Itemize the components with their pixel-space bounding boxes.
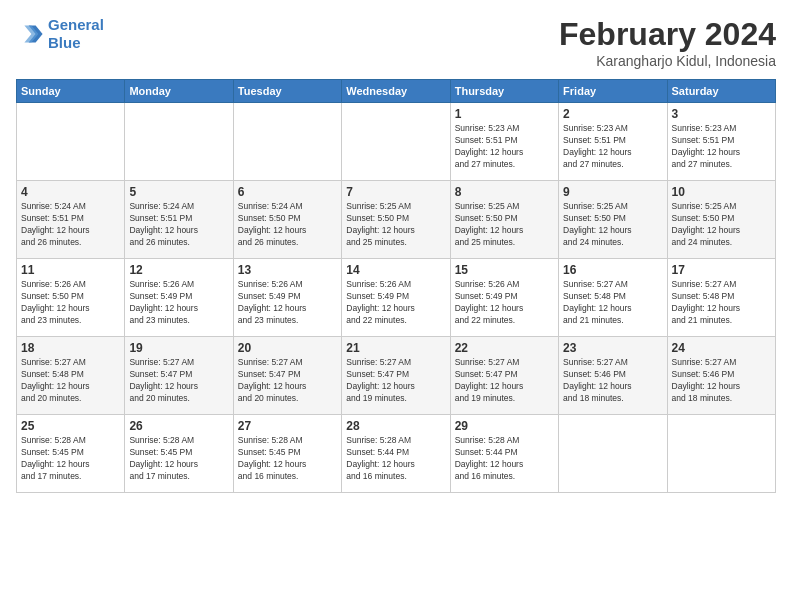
calendar-header: Sunday Monday Tuesday Wednesday Thursday… (17, 80, 776, 103)
calendar-cell (667, 415, 775, 493)
day-number: 22 (455, 341, 554, 355)
day-number: 15 (455, 263, 554, 277)
col-friday: Friday (559, 80, 667, 103)
calendar-cell: 25Sunrise: 5:28 AM Sunset: 5:45 PM Dayli… (17, 415, 125, 493)
calendar-cell: 28Sunrise: 5:28 AM Sunset: 5:44 PM Dayli… (342, 415, 450, 493)
calendar-cell: 23Sunrise: 5:27 AM Sunset: 5:46 PM Dayli… (559, 337, 667, 415)
day-info: Sunrise: 5:23 AM Sunset: 5:51 PM Dayligh… (455, 123, 554, 171)
day-number: 13 (238, 263, 337, 277)
day-info: Sunrise: 5:27 AM Sunset: 5:47 PM Dayligh… (129, 357, 228, 405)
day-info: Sunrise: 5:27 AM Sunset: 5:48 PM Dayligh… (21, 357, 120, 405)
day-info: Sunrise: 5:26 AM Sunset: 5:49 PM Dayligh… (455, 279, 554, 327)
calendar-cell: 7Sunrise: 5:25 AM Sunset: 5:50 PM Daylig… (342, 181, 450, 259)
day-info: Sunrise: 5:27 AM Sunset: 5:46 PM Dayligh… (563, 357, 662, 405)
day-info: Sunrise: 5:28 AM Sunset: 5:45 PM Dayligh… (238, 435, 337, 483)
day-info: Sunrise: 5:24 AM Sunset: 5:51 PM Dayligh… (129, 201, 228, 249)
day-info: Sunrise: 5:27 AM Sunset: 5:47 PM Dayligh… (455, 357, 554, 405)
calendar-cell (559, 415, 667, 493)
calendar-week-1: 1Sunrise: 5:23 AM Sunset: 5:51 PM Daylig… (17, 103, 776, 181)
day-number: 25 (21, 419, 120, 433)
calendar-week-4: 18Sunrise: 5:27 AM Sunset: 5:48 PM Dayli… (17, 337, 776, 415)
calendar-cell: 21Sunrise: 5:27 AM Sunset: 5:47 PM Dayli… (342, 337, 450, 415)
calendar-cell: 29Sunrise: 5:28 AM Sunset: 5:44 PM Dayli… (450, 415, 558, 493)
day-info: Sunrise: 5:25 AM Sunset: 5:50 PM Dayligh… (672, 201, 771, 249)
location-subtitle: Karangharjo Kidul, Indonesia (559, 53, 776, 69)
day-number: 28 (346, 419, 445, 433)
calendar-cell: 26Sunrise: 5:28 AM Sunset: 5:45 PM Dayli… (125, 415, 233, 493)
col-tuesday: Tuesday (233, 80, 341, 103)
calendar-cell: 4Sunrise: 5:24 AM Sunset: 5:51 PM Daylig… (17, 181, 125, 259)
day-info: Sunrise: 5:28 AM Sunset: 5:45 PM Dayligh… (129, 435, 228, 483)
title-block: February 2024 Karangharjo Kidul, Indones… (559, 16, 776, 69)
day-info: Sunrise: 5:23 AM Sunset: 5:51 PM Dayligh… (563, 123, 662, 171)
calendar-week-2: 4Sunrise: 5:24 AM Sunset: 5:51 PM Daylig… (17, 181, 776, 259)
calendar-cell: 27Sunrise: 5:28 AM Sunset: 5:45 PM Dayli… (233, 415, 341, 493)
day-info: Sunrise: 5:27 AM Sunset: 5:48 PM Dayligh… (563, 279, 662, 327)
logo: General Blue (16, 16, 104, 52)
day-number: 24 (672, 341, 771, 355)
calendar-week-3: 11Sunrise: 5:26 AM Sunset: 5:50 PM Dayli… (17, 259, 776, 337)
col-sunday: Sunday (17, 80, 125, 103)
day-number: 8 (455, 185, 554, 199)
day-number: 6 (238, 185, 337, 199)
page-container: General Blue February 2024 Karangharjo K… (0, 0, 792, 501)
calendar-cell: 17Sunrise: 5:27 AM Sunset: 5:48 PM Dayli… (667, 259, 775, 337)
day-info: Sunrise: 5:27 AM Sunset: 5:46 PM Dayligh… (672, 357, 771, 405)
logo-general: General (48, 16, 104, 33)
calendar-cell: 3Sunrise: 5:23 AM Sunset: 5:51 PM Daylig… (667, 103, 775, 181)
day-info: Sunrise: 5:24 AM Sunset: 5:50 PM Dayligh… (238, 201, 337, 249)
day-number: 3 (672, 107, 771, 121)
day-number: 7 (346, 185, 445, 199)
day-number: 12 (129, 263, 228, 277)
col-wednesday: Wednesday (342, 80, 450, 103)
day-info: Sunrise: 5:26 AM Sunset: 5:50 PM Dayligh… (21, 279, 120, 327)
day-info: Sunrise: 5:24 AM Sunset: 5:51 PM Dayligh… (21, 201, 120, 249)
calendar-cell (125, 103, 233, 181)
calendar-cell: 9Sunrise: 5:25 AM Sunset: 5:50 PM Daylig… (559, 181, 667, 259)
calendar-cell: 22Sunrise: 5:27 AM Sunset: 5:47 PM Dayli… (450, 337, 558, 415)
day-number: 23 (563, 341, 662, 355)
day-info: Sunrise: 5:28 AM Sunset: 5:44 PM Dayligh… (455, 435, 554, 483)
calendar-cell: 5Sunrise: 5:24 AM Sunset: 5:51 PM Daylig… (125, 181, 233, 259)
calendar-cell: 16Sunrise: 5:27 AM Sunset: 5:48 PM Dayli… (559, 259, 667, 337)
day-info: Sunrise: 5:26 AM Sunset: 5:49 PM Dayligh… (238, 279, 337, 327)
day-info: Sunrise: 5:25 AM Sunset: 5:50 PM Dayligh… (346, 201, 445, 249)
day-number: 21 (346, 341, 445, 355)
calendar-cell (233, 103, 341, 181)
header-row: Sunday Monday Tuesday Wednesday Thursday… (17, 80, 776, 103)
logo-text: General Blue (48, 16, 104, 52)
day-info: Sunrise: 5:25 AM Sunset: 5:50 PM Dayligh… (455, 201, 554, 249)
day-info: Sunrise: 5:23 AM Sunset: 5:51 PM Dayligh… (672, 123, 771, 171)
calendar-week-5: 25Sunrise: 5:28 AM Sunset: 5:45 PM Dayli… (17, 415, 776, 493)
calendar-cell: 8Sunrise: 5:25 AM Sunset: 5:50 PM Daylig… (450, 181, 558, 259)
day-info: Sunrise: 5:26 AM Sunset: 5:49 PM Dayligh… (346, 279, 445, 327)
calendar-cell: 11Sunrise: 5:26 AM Sunset: 5:50 PM Dayli… (17, 259, 125, 337)
calendar-cell: 2Sunrise: 5:23 AM Sunset: 5:51 PM Daylig… (559, 103, 667, 181)
day-number: 29 (455, 419, 554, 433)
calendar-cell: 1Sunrise: 5:23 AM Sunset: 5:51 PM Daylig… (450, 103, 558, 181)
calendar-cell: 10Sunrise: 5:25 AM Sunset: 5:50 PM Dayli… (667, 181, 775, 259)
day-number: 5 (129, 185, 228, 199)
day-number: 17 (672, 263, 771, 277)
calendar-cell: 14Sunrise: 5:26 AM Sunset: 5:49 PM Dayli… (342, 259, 450, 337)
calendar-cell (17, 103, 125, 181)
day-info: Sunrise: 5:26 AM Sunset: 5:49 PM Dayligh… (129, 279, 228, 327)
day-info: Sunrise: 5:25 AM Sunset: 5:50 PM Dayligh… (563, 201, 662, 249)
day-info: Sunrise: 5:27 AM Sunset: 5:47 PM Dayligh… (238, 357, 337, 405)
logo-icon (16, 20, 44, 48)
day-number: 11 (21, 263, 120, 277)
col-saturday: Saturday (667, 80, 775, 103)
calendar-cell: 19Sunrise: 5:27 AM Sunset: 5:47 PM Dayli… (125, 337, 233, 415)
calendar-cell (342, 103, 450, 181)
calendar-cell: 12Sunrise: 5:26 AM Sunset: 5:49 PM Dayli… (125, 259, 233, 337)
day-number: 10 (672, 185, 771, 199)
calendar-cell: 13Sunrise: 5:26 AM Sunset: 5:49 PM Dayli… (233, 259, 341, 337)
day-number: 20 (238, 341, 337, 355)
day-number: 1 (455, 107, 554, 121)
day-number: 14 (346, 263, 445, 277)
calendar-cell: 18Sunrise: 5:27 AM Sunset: 5:48 PM Dayli… (17, 337, 125, 415)
calendar-body: 1Sunrise: 5:23 AM Sunset: 5:51 PM Daylig… (17, 103, 776, 493)
col-monday: Monday (125, 80, 233, 103)
day-number: 2 (563, 107, 662, 121)
day-number: 19 (129, 341, 228, 355)
